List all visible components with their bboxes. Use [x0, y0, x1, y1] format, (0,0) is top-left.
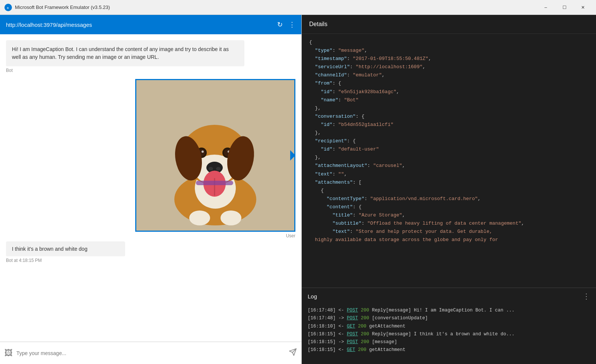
- log-entry-2: [16:17:48] -> POST 200 [conversationUpda…: [308, 314, 590, 322]
- json-line: "recipient": {: [309, 137, 589, 145]
- log-header: Log ⋮: [302, 288, 596, 304]
- json-line: "id": "e5n5ijak928ba16agc",: [309, 88, 589, 96]
- window-controls: – ☐ ✕: [537, 0, 592, 15]
- json-line: "text": "Store and help protect your dat…: [309, 228, 589, 236]
- json-line: "title": "Azure Storage",: [309, 211, 589, 219]
- attachment-icon[interactable]: 🖼: [4, 348, 13, 358]
- chat-input-area: 🖼: [0, 342, 301, 364]
- json-line: },: [309, 153, 589, 162]
- title-bar: B Microsoft Bot Framework Emulator (v3.5…: [0, 0, 596, 15]
- json-line: },: [309, 104, 589, 113]
- bot-sender-label: Bot: [6, 68, 295, 73]
- svg-point-21: [221, 211, 241, 225]
- details-json[interactable]: { "type": "message", "timestamp": "2017-…: [302, 34, 596, 288]
- json-line: "subtitle": "Offload the heavy lifting o…: [309, 219, 589, 228]
- dog-image: [136, 80, 294, 231]
- maximize-button[interactable]: ☐: [556, 0, 573, 15]
- endpoint-url: http://localhost:3979/api/messages: [6, 22, 277, 28]
- log-title: Log: [308, 293, 317, 300]
- json-line: "attachmentLayout": "carousel",: [309, 162, 589, 170]
- image-frame: [135, 79, 295, 232]
- bot-reply-bubble: I think it's a brown and white dog: [6, 241, 125, 256]
- image-message-wrap: User: [6, 79, 295, 238]
- log-area: [16:17:48] <- POST 200 Reply[message] Hi…: [302, 304, 596, 364]
- json-line: "channelId": "emulator",: [309, 71, 589, 79]
- log-entry-6: [16:18:15] <- GET 200 getAttachment: [308, 346, 590, 354]
- json-line: "attachments": [: [309, 178, 589, 187]
- svg-point-20: [189, 211, 210, 225]
- bot-reply-timestamp: Bot at 4:18:15 PM: [6, 258, 295, 263]
- json-line: "from": {: [309, 79, 589, 88]
- user-label: User: [286, 233, 295, 238]
- details-header: Details: [302, 15, 596, 34]
- svg-text:B: B: [7, 6, 9, 9]
- json-line: {: [309, 187, 589, 195]
- refresh-icon[interactable]: ↻: [277, 20, 283, 29]
- json-line: "id": "default-user": [309, 145, 589, 153]
- app-body: http://localhost:3979/api/messages ↻ ⋮ H…: [0, 15, 596, 364]
- bot-intro-bubble: Hi! I am ImageCaption Bot. I can underst…: [6, 40, 244, 66]
- chat-messages: Hi! I am ImageCaption Bot. I can underst…: [0, 34, 301, 342]
- json-line: "conversation": {: [309, 113, 589, 121]
- json-line: "text": "",: [309, 170, 589, 178]
- log-entry-1: [16:17:48] <- POST 200 Reply[message] Hi…: [308, 307, 590, 314]
- details-panel: Details { "type": "message", "timestamp"…: [302, 15, 596, 364]
- chat-panel: http://localhost:3979/api/messages ↻ ⋮ H…: [0, 15, 302, 364]
- send-icon[interactable]: [289, 348, 297, 358]
- json-line: "id": "b54dn552g1aa1lcfi": [309, 121, 589, 129]
- svg-point-8: [209, 167, 213, 171]
- log-entry-5: [16:18:15] -> POST 200 [message]: [308, 338, 590, 346]
- log-entry-4: [16:18:15] <- POST 200 Reply[message] I …: [308, 330, 590, 338]
- menu-icon[interactable]: ⋮: [289, 20, 295, 29]
- json-line: "serviceUrl": "http://localhost:1609",: [309, 63, 589, 71]
- bot-intro-wrap: Hi! I am ImageCaption Bot. I can underst…: [6, 40, 295, 73]
- log-menu-icon[interactable]: ⋮: [583, 292, 590, 301]
- svg-point-9: [216, 167, 221, 171]
- app-title: Microsoft Bot Framework Emulator (v3.5.2…: [15, 4, 537, 10]
- bot-reply-wrap: I think it's a brown and white dog Bot a…: [6, 241, 295, 263]
- log-entry-3: [16:18:10] <- GET 200 getAttachment: [308, 323, 590, 330]
- app-icon: B: [4, 4, 12, 11]
- svg-point-12: [202, 151, 204, 153]
- close-button[interactable]: ✕: [574, 0, 592, 15]
- chat-header: http://localhost:3979/api/messages ↻ ⋮: [0, 15, 301, 34]
- json-line: highly available data storage across the…: [309, 236, 589, 244]
- json-line: "name": "Bot": [309, 96, 589, 104]
- header-icons: ↻ ⋮: [277, 20, 295, 29]
- svg-rect-22: [196, 181, 233, 185]
- json-line: "timestamp": "2017-01-09T18:55:50.481Z",: [309, 55, 589, 63]
- json-line: {: [309, 38, 589, 47]
- message-arrow: [290, 150, 295, 161]
- json-line: "type": "message",: [309, 47, 589, 55]
- json-line: },: [309, 129, 589, 137]
- minimize-button[interactable]: –: [537, 0, 554, 15]
- message-input[interactable]: [16, 350, 285, 356]
- json-line: "content": {: [309, 203, 589, 211]
- json-line: "contentType": "application/vnd.microsof…: [309, 195, 589, 203]
